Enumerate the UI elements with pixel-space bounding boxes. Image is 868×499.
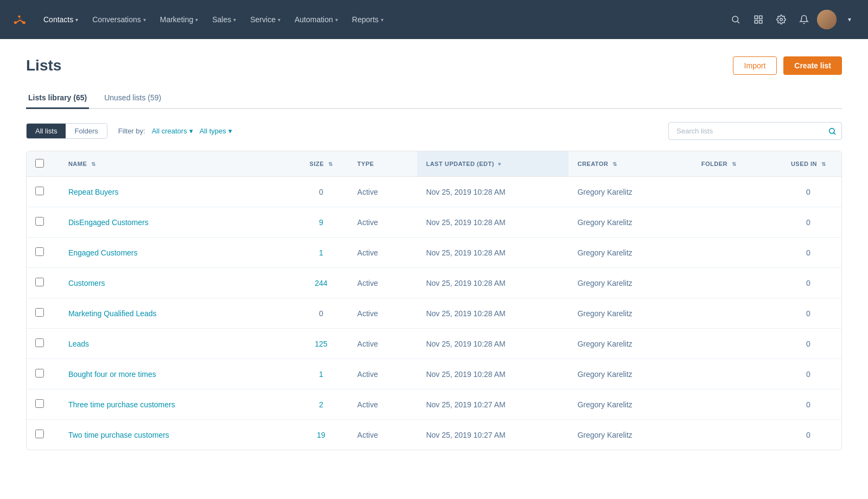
row-size-cell: 1: [293, 359, 348, 389]
col-updated[interactable]: LAST UPDATED (EDT) ▾: [417, 151, 569, 177]
row-checkbox-cell[interactable]: [27, 389, 60, 420]
row-size-cell: 2: [293, 389, 348, 420]
list-name-link[interactable]: Repeat Buyers: [68, 188, 119, 196]
chevron-down-icon: ▾: [278, 17, 280, 23]
row-checkbox-cell[interactable]: [27, 238, 60, 268]
list-name-link[interactable]: Engaged Customers: [68, 248, 138, 257]
navbar: Contacts ▾ Conversations ▾ Marketing ▾ S…: [0, 0, 868, 39]
row-checkbox[interactable]: [35, 399, 44, 408]
row-updated-cell: Nov 25, 2019 10:28 AM: [417, 329, 569, 359]
list-name-link[interactable]: Marketing Qualified Leads: [68, 309, 157, 318]
filter-creators-button[interactable]: All creators ▾: [152, 127, 193, 135]
nav-item-contacts[interactable]: Contacts ▾: [37, 11, 85, 28]
row-checkbox[interactable]: [35, 187, 44, 195]
search-submit-button[interactable]: [828, 127, 837, 136]
row-name-cell[interactable]: DisEngaged Customers: [60, 207, 293, 238]
view-toggle: All lists Folders: [26, 123, 107, 139]
svg-point-10: [780, 18, 783, 21]
chevron-down-icon[interactable]: ▾: [840, 10, 859, 29]
row-used-in-cell: 0: [775, 177, 841, 207]
search-icon[interactable]: [726, 10, 745, 29]
row-checkbox[interactable]: [35, 308, 44, 317]
select-all-checkbox[interactable]: [35, 159, 44, 168]
col-name[interactable]: NAME ⇅: [60, 151, 293, 177]
row-name-cell[interactable]: Bought four or more times: [60, 359, 293, 389]
row-checkbox-cell[interactable]: [27, 268, 60, 298]
row-checkbox[interactable]: [35, 430, 44, 438]
row-checkbox[interactable]: [35, 369, 44, 378]
row-name-cell[interactable]: Two time purchase customers: [60, 420, 293, 450]
row-checkbox[interactable]: [35, 247, 44, 256]
row-size-cell: 0: [293, 177, 348, 207]
nav-item-service[interactable]: Service ▾: [244, 11, 287, 28]
create-list-button[interactable]: Create list: [783, 56, 842, 75]
svg-point-2: [22, 21, 25, 24]
row-name-cell[interactable]: Leads: [60, 329, 293, 359]
tab-lists-library[interactable]: Lists library (65): [26, 88, 89, 109]
col-folder[interactable]: FOLDER ⇅: [693, 151, 775, 177]
avatar[interactable]: [817, 10, 837, 29]
row-checkbox[interactable]: [35, 278, 44, 286]
toggle-folders[interactable]: Folders: [66, 124, 106, 138]
row-checkbox-cell[interactable]: [27, 329, 60, 359]
nav-item-sales[interactable]: Sales ▾: [206, 11, 242, 28]
svg-point-3: [18, 16, 21, 18]
row-creator-cell: Gregory Karelitz: [569, 268, 692, 298]
table-row: Bought four or more times 1 Active Nov 2…: [27, 359, 841, 389]
row-name-cell[interactable]: Three time purchase customers: [60, 389, 293, 420]
sort-icon: ⇅: [91, 161, 96, 167]
nav-item-conversations[interactable]: Conversations ▾: [86, 11, 152, 28]
row-creator-cell: Gregory Karelitz: [569, 420, 692, 450]
tab-unused-lists[interactable]: Unused lists (59): [102, 88, 163, 109]
list-name-link[interactable]: Bought four or more times: [68, 370, 156, 379]
hubspot-logo[interactable]: [9, 10, 28, 29]
filter-types-button[interactable]: All types ▾: [200, 127, 232, 135]
svg-line-12: [834, 133, 835, 135]
row-name-cell[interactable]: Customers: [60, 268, 293, 298]
row-size-cell: 125: [293, 329, 348, 359]
row-creator-cell: Gregory Karelitz: [569, 238, 692, 268]
row-updated-cell: Nov 25, 2019 10:28 AM: [417, 268, 569, 298]
nav-item-reports[interactable]: Reports ▾: [346, 11, 390, 28]
nav-right: ▾: [726, 10, 859, 29]
row-folder-cell: [693, 207, 775, 238]
row-checkbox-cell[interactable]: [27, 420, 60, 450]
table-row: Leads 125 Active Nov 25, 2019 10:28 AM G…: [27, 329, 841, 359]
row-name-cell[interactable]: Repeat Buyers: [60, 177, 293, 207]
nav-item-automation[interactable]: Automation ▾: [288, 11, 344, 28]
list-name-link[interactable]: Three time purchase customers: [68, 400, 175, 409]
row-used-in-cell: 0: [775, 420, 841, 450]
search-input[interactable]: [668, 122, 842, 140]
col-creator[interactable]: CREATOR ⇅: [569, 151, 692, 177]
marketplace-icon[interactable]: [749, 10, 768, 29]
settings-icon[interactable]: [771, 10, 791, 29]
row-checkbox[interactable]: [35, 217, 44, 226]
list-name-link[interactable]: Leads: [68, 340, 89, 348]
sort-icon: ⇅: [821, 161, 826, 167]
row-checkbox[interactable]: [35, 338, 44, 347]
toggle-all-lists[interactable]: All lists: [27, 124, 66, 138]
row-checkbox-cell[interactable]: [27, 207, 60, 238]
table-row: Customers 244 Active Nov 25, 2019 10:28 …: [27, 268, 841, 298]
col-size[interactable]: SIZE ⇅: [293, 151, 348, 177]
sort-desc-icon: ▾: [498, 161, 501, 167]
col-used-in[interactable]: USED IN ⇅: [775, 151, 841, 177]
list-name-link[interactable]: Customers: [68, 279, 105, 287]
page-header: Lists Import Create list: [26, 56, 842, 75]
notifications-icon[interactable]: [794, 10, 814, 29]
row-checkbox-cell[interactable]: [27, 298, 60, 329]
row-updated-cell: Nov 25, 2019 10:27 AM: [417, 420, 569, 450]
row-size-cell: 244: [293, 268, 348, 298]
list-name-link[interactable]: DisEngaged Customers: [68, 218, 149, 227]
select-all-checkbox-header[interactable]: [27, 151, 60, 177]
import-button[interactable]: Import: [733, 56, 777, 75]
search-box: [668, 122, 842, 140]
nav-item-marketing[interactable]: Marketing ▾: [154, 11, 205, 28]
row-size-cell: 1: [293, 238, 348, 268]
row-checkbox-cell[interactable]: [27, 359, 60, 389]
list-name-link[interactable]: Two time purchase customers: [68, 431, 169, 439]
row-name-cell[interactable]: Marketing Qualified Leads: [60, 298, 293, 329]
row-creator-cell: Gregory Karelitz: [569, 298, 692, 329]
row-name-cell[interactable]: Engaged Customers: [60, 238, 293, 268]
row-checkbox-cell[interactable]: [27, 177, 60, 207]
